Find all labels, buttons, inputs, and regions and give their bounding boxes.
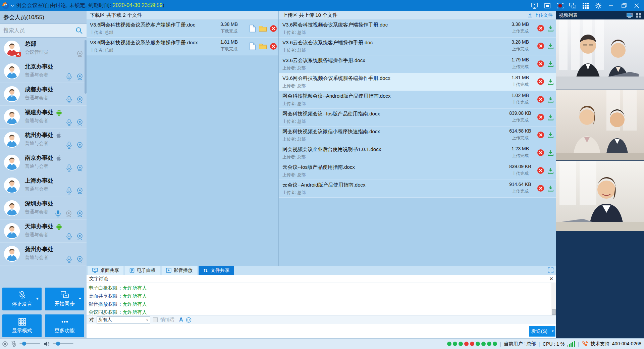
send-options-arrow[interactable]: ▼: [550, 326, 555, 337]
camera-icon[interactable]: [76, 118, 84, 127]
camera-icon[interactable]: [76, 141, 84, 149]
video-thumbnail-1[interactable]: [556, 19, 644, 90]
minimize-icon[interactable]: [607, 2, 615, 9]
mic-volume-slider[interactable]: [19, 343, 40, 344]
camera-preview-icon[interactable]: [627, 13, 633, 18]
download-icon[interactable]: [547, 43, 554, 50]
delete-icon[interactable]: [537, 131, 544, 139]
layout-grid-icon[interactable]: [636, 13, 641, 18]
file-row[interactable]: 云会议--Android版产品使用指南.docx上传者: 总部914.64 KB…: [279, 180, 556, 198]
delete-icon[interactable]: [537, 96, 544, 103]
message-input[interactable]: 发送(S) ▼: [87, 324, 556, 338]
window-mode-icon[interactable]: [543, 2, 551, 9]
file-row[interactable]: 网会科技视频会议--Ios版产品使用指南.docx上传者: 总部839.08 K…: [279, 109, 556, 127]
speaker-volume-slider[interactable]: [53, 343, 73, 344]
participant-row[interactable]: 天津办事处普通与会者: [0, 220, 87, 243]
search-icon[interactable]: [75, 27, 83, 35]
file-row[interactable]: 网会科技视频会议--Android版产品使用指南.docx上传者: 总部1.02…: [279, 91, 556, 109]
delete-icon[interactable]: [537, 42, 544, 50]
download-icon[interactable]: [547, 132, 554, 139]
sync-screens-icon[interactable]: [569, 2, 577, 9]
file-row[interactable]: V3.6网会科技视频会议系统服务端操作手册.docx上传者: 总部1.81 MB…: [279, 73, 556, 91]
camera-icon[interactable]: [76, 187, 84, 195]
download-icon[interactable]: [547, 149, 554, 156]
recipient-select[interactable]: 所有人∨: [97, 316, 150, 323]
file-row[interactable]: V3.6网会科技视频会议系统服务端操作手册.docx上传者: 总部1.81 MB…: [87, 38, 278, 55]
download-icon[interactable]: [547, 78, 554, 85]
display-mode-button[interactable]: 显示模式: [2, 314, 42, 337]
download-icon[interactable]: [547, 114, 554, 121]
open-folder-icon[interactable]: [259, 43, 267, 50]
delete-icon[interactable]: [270, 43, 277, 50]
open-folder-icon[interactable]: [259, 25, 267, 32]
tab-file-share[interactable]: 文件共享: [199, 266, 234, 275]
maximize-icon[interactable]: [620, 2, 628, 9]
close-icon[interactable]: ✕: [549, 276, 553, 281]
delete-icon[interactable]: [537, 149, 544, 156]
send-button[interactable]: 发送(S): [529, 326, 550, 337]
participant-row[interactable]: 杭州办事处普通与会者: [0, 129, 87, 151]
download-icon[interactable]: [547, 96, 554, 103]
file-row[interactable]: V3.6云会议系统服务端操作手册.docx上传者: 总部1.79 MB上传完成: [279, 55, 556, 73]
file-row[interactable]: 网会科技视频会议微信小程序快速指南.docx上传者: 总部614.58 KB上传…: [279, 127, 556, 144]
open-file-icon[interactable]: [249, 24, 256, 33]
file-row[interactable]: 云会议--Ios版产品使用指南.docx上传者: 总部839.09 KB上传完成: [279, 162, 556, 180]
font-button[interactable]: A: [179, 317, 183, 323]
speaker-icon[interactable]: [43, 341, 50, 347]
camera-icon[interactable]: [76, 96, 84, 104]
video-thumbnail-2[interactable]: [556, 90, 644, 160]
tab-desktop-share[interactable]: 桌面共享: [88, 266, 123, 275]
camera-icon[interactable]: [76, 210, 84, 218]
delete-icon[interactable]: [537, 24, 544, 32]
participant-row[interactable]: 总部会议管理员: [0, 37, 87, 60]
delete-icon[interactable]: [270, 25, 277, 32]
dropdown-arrow-icon[interactable]: [36, 298, 39, 300]
video-thumbnail-3[interactable]: [556, 161, 644, 231]
camera-icon[interactable]: [76, 50, 84, 58]
download-icon[interactable]: [547, 185, 554, 192]
camera-icon[interactable]: [76, 255, 84, 263]
participant-row[interactable]: 扬州办事处普通与会者: [0, 243, 87, 265]
delete-icon[interactable]: [537, 185, 544, 192]
camera-icon[interactable]: [76, 233, 84, 241]
participant-row[interactable]: 上海办事处普通与会者: [0, 174, 87, 197]
participant-row[interactable]: 南京办事处普通与会者: [0, 151, 87, 174]
microphone-icon[interactable]: [54, 210, 62, 218]
dropdown-arrow-icon[interactable]: [78, 298, 82, 300]
delete-icon[interactable]: [537, 113, 544, 121]
participant-row[interactable]: 深圳办事处普通与会者: [0, 197, 87, 220]
file-row[interactable]: 网会视频会议企业后台使用说明书1.0.1.docx上传者: 总部1.23 MB上…: [279, 144, 556, 162]
delete-icon[interactable]: [537, 167, 544, 174]
stop-speaking-button[interactable]: 停止发言: [2, 288, 42, 310]
microphone-icon[interactable]: [65, 187, 73, 195]
file-row[interactable]: V3.6网会科技视频会议系统客户端操作手册.doc上传者: 总部3.38 MB上…: [279, 20, 556, 38]
download-icon[interactable]: [547, 60, 554, 67]
emoji-button[interactable]: [186, 317, 192, 323]
start-sync-button[interactable]: 开始同步: [45, 288, 84, 310]
participant-row[interactable]: 福建办事处普通与会者: [0, 106, 87, 129]
microphone-icon[interactable]: [65, 164, 73, 172]
tab-whiteboard[interactable]: 电子白板: [125, 266, 160, 275]
file-row[interactable]: V3.6云会议会议系统客户端操作手册.doc上传者: 总部3.28 MB上传完成: [279, 38, 556, 55]
camera-icon[interactable]: [65, 210, 73, 218]
mic-muted-icon[interactable]: [11, 341, 16, 347]
camera-icon[interactable]: [76, 164, 84, 172]
microphone-icon[interactable]: [65, 141, 73, 149]
participant-row[interactable]: 北京办事处普通与会者: [0, 60, 87, 83]
settings-icon[interactable]: [594, 2, 602, 9]
delete-icon[interactable]: [537, 78, 544, 85]
audio-device-icon[interactable]: [2, 341, 8, 347]
delete-icon[interactable]: [537, 60, 544, 67]
whisper-checkbox[interactable]: [153, 317, 158, 322]
chat-scrollbar[interactable]: [551, 283, 556, 315]
screen-share-icon[interactable]: [531, 2, 539, 9]
microphone-icon[interactable]: [65, 118, 73, 127]
chevron-down-icon[interactable]: [11, 4, 14, 7]
tab-media-play[interactable]: 影音播放: [162, 266, 197, 275]
microphone-icon[interactable]: [65, 73, 73, 81]
search-input[interactable]: [0, 24, 87, 37]
more-functions-button[interactable]: 更多功能: [45, 314, 84, 337]
microphone-icon[interactable]: [65, 96, 73, 104]
file-row[interactable]: V3.6网会科技视频会议系统客户端操作手册.doc上传者: 总部3.38 MB下…: [87, 20, 278, 38]
expand-icon[interactable]: [548, 267, 553, 273]
